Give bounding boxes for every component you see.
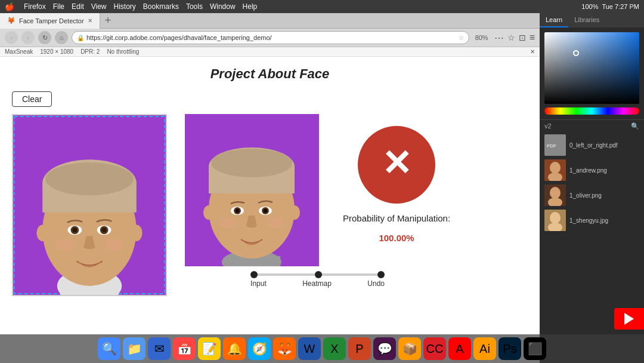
back-button[interactable]: ‹ (5, 31, 18, 44)
demo-area: ✕ Probability of Manipulation: 100.00% (12, 114, 528, 296)
menu-firefox[interactable]: Firefox (24, 2, 46, 11)
nav-bar: ‹ › ↻ ⌂ 🔒 https://git.corp.adobe.com/pag… (0, 29, 540, 47)
ps-tab-learn[interactable]: Learn (540, 13, 568, 27)
dock-safari[interactable]: 🧭 (248, 337, 271, 360)
svg-point-7 (45, 162, 134, 195)
clear-button[interactable]: Clear (12, 91, 52, 107)
hue-slider[interactable] (544, 107, 639, 115)
slider-undo-handle[interactable] (377, 271, 385, 278)
ps-filename-1: 0_left_or_right.pdf (569, 142, 618, 149)
color-picker (540, 27, 644, 119)
right-face-image (185, 114, 319, 266)
youtube-subscribe-button[interactable] (614, 308, 644, 330)
battery-indicator: 100% (581, 3, 598, 10)
ps-panel-title: v2 🔍 (544, 122, 639, 130)
address-bar[interactable]: 🔒 https://git.corp.adobe.com/pages/dhava… (72, 31, 469, 44)
ps-file-item-2[interactable]: 1_andrew.png (544, 158, 639, 183)
devtools-bar: MaxSneak 1920 × 1080 DPR: 2 No throttlin… (0, 47, 540, 57)
ps-thumbnail-1: PDF (544, 134, 566, 156)
dock-reminders[interactable]: 🔔 (223, 337, 246, 360)
tab-title: Face Tamper Detector (19, 17, 84, 24)
svg-point-17 (106, 239, 123, 251)
browser-window: 🦊 Face Tamper Detector ✕ + ‹ › ↻ ⌂ 🔒 htt… (0, 13, 540, 363)
menu-view[interactable]: View (91, 2, 107, 11)
menu-edit[interactable]: Edit (72, 2, 84, 11)
probability-label: Probability of Manipulation: (343, 213, 450, 223)
dock-firefox[interactable]: 🦊 (273, 337, 296, 360)
ps-tab-libraries[interactable]: Libraries (568, 13, 605, 27)
tab-favicon: 🦊 (7, 17, 16, 24)
slider-container[interactable]: Input Heatmap Undo (250, 273, 385, 288)
devtools-sneak: MaxSneak (5, 48, 33, 55)
reload-button[interactable]: ↻ (38, 31, 51, 44)
color-gradient-picker[interactable] (544, 32, 639, 104)
slider-label-input: Input (250, 279, 267, 288)
more-button[interactable]: ⋯ (494, 32, 504, 44)
apple-menu[interactable]: 🍎 (5, 2, 14, 11)
dock-amazon[interactable]: 📦 (398, 337, 421, 360)
menu-tools[interactable]: Tools (186, 2, 203, 11)
ps-thumbnail-3 (544, 184, 566, 206)
bookmark-icon[interactable]: ☆ (459, 35, 464, 41)
dock-excel[interactable]: X (323, 337, 346, 360)
panel-search[interactable]: 🔍 (631, 122, 639, 130)
slider-heatmap-handle[interactable] (315, 271, 322, 278)
svg-point-16 (56, 239, 74, 251)
svg-point-13 (102, 227, 107, 232)
devtools-close[interactable]: ✕ (530, 48, 535, 55)
svg-point-32 (289, 205, 300, 220)
ps-file-item-1[interactable]: PDF 0_left_or_right.pdf (544, 133, 639, 158)
home-button[interactable]: ⌂ (55, 31, 68, 44)
tab-close-button[interactable]: ✕ (88, 17, 92, 24)
menu-help[interactable]: Help (243, 2, 258, 11)
dock-slack[interactable]: 💬 (373, 337, 396, 360)
dock-finder[interactable]: 🔍 (98, 337, 120, 360)
dock-creative-cloud[interactable]: CC (423, 337, 446, 360)
ps-file-item-4[interactable]: 1_shengyu.jpg (544, 208, 639, 233)
slider-input-handle[interactable] (250, 271, 258, 278)
dock-photoshop[interactable]: Ps (499, 337, 521, 360)
dock-acrobat[interactable]: A (448, 337, 471, 360)
dock-terminal[interactable]: ⬛ (524, 337, 546, 360)
menu-bookmarks[interactable]: Bookmarks (143, 2, 179, 11)
new-tab-button[interactable]: + (100, 14, 116, 27)
svg-point-27 (236, 209, 240, 213)
slider-track[interactable] (250, 273, 385, 276)
svg-point-44 (550, 212, 561, 224)
ps-file-item-3[interactable]: 1_oliver.png (544, 183, 639, 208)
menu-bar: 🍎 Firefox File Edit View History Bookmar… (0, 0, 644, 13)
dock-illustrator[interactable]: Ai (473, 337, 496, 360)
svg-point-14 (36, 224, 48, 241)
result-panel: ✕ Probability of Manipulation: 100.00% (343, 114, 450, 243)
devtools-dpr: DPR: 2 (80, 48, 100, 55)
svg-point-34 (268, 217, 283, 228)
menu-file[interactable]: File (53, 2, 64, 11)
menu-window[interactable]: Window (210, 2, 236, 11)
menu-bar-right: 100% Tue 7:27 PM (581, 3, 639, 10)
left-face-image (13, 115, 166, 295)
clock: Tue 7:27 PM (602, 3, 639, 10)
dock-mail[interactable]: ✉ (148, 337, 171, 360)
dock-word[interactable]: W (298, 337, 321, 360)
url-text: https://git.corp.adobe.com/pages/dhaval/… (86, 34, 456, 41)
sync-button[interactable]: ⊡ (519, 33, 526, 42)
tab-bar: 🦊 Face Tamper Detector ✕ + (0, 13, 540, 29)
svg-text:PDF: PDF (547, 143, 556, 149)
dock-calendar[interactable]: 📅 (173, 337, 196, 360)
svg-point-10 (72, 227, 77, 232)
dock-notes[interactable]: 📝 (198, 337, 221, 360)
ps-filename-4: 1_shengyu.jpg (569, 217, 608, 224)
menu-history[interactable]: History (114, 2, 136, 11)
color-cursor[interactable] (573, 50, 579, 56)
right-top: ✕ Probability of Manipulation: 100.00% (185, 114, 450, 266)
manipulation-indicator: ✕ (358, 126, 435, 204)
right-image-container (185, 114, 319, 266)
dock-files[interactable]: 📁 (123, 337, 145, 360)
active-tab[interactable]: 🦊 Face Tamper Detector ✕ (0, 13, 100, 29)
right-section: ✕ Probability of Manipulation: 100.00% (185, 114, 450, 288)
dock-powerpoint[interactable]: P (348, 337, 371, 360)
probability-value: 100.00% (379, 233, 414, 243)
forward-button[interactable]: › (21, 31, 35, 44)
bookmark-star[interactable]: ☆ (507, 33, 515, 42)
menu-icon[interactable]: ≡ (530, 32, 535, 43)
